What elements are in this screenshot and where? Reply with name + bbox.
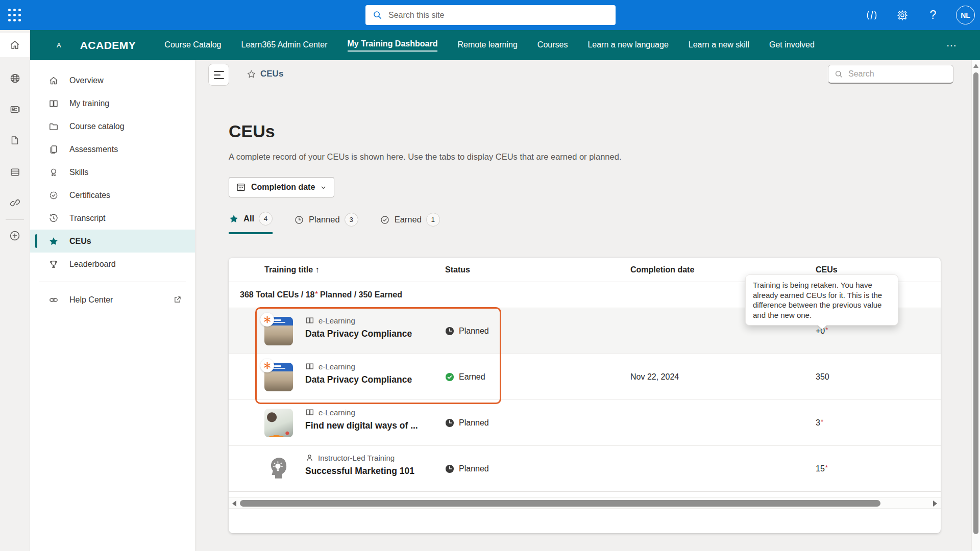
horizontal-scrollbar-thumb[interactable]: [240, 500, 880, 507]
tab-count-badge: 3: [345, 213, 358, 227]
course-thumbnail: [264, 409, 293, 437]
scroll-up-icon[interactable]: [973, 64, 978, 68]
add-icon[interactable]: [0, 223, 30, 248]
ceu-tabs: All 4 Planned 3 Earned 1: [229, 212, 440, 234]
column-header-training-title[interactable]: Training title ↑: [264, 265, 320, 274]
completion-date-filter-button[interactable]: Completion date: [229, 177, 334, 197]
nav-item-admin-center[interactable]: Learn365 Admin Center: [241, 40, 328, 51]
list-search-box[interactable]: [828, 65, 953, 84]
tab-count-badge: 4: [259, 212, 273, 226]
vertical-scrollbar[interactable]: [971, 60, 980, 551]
column-header-ceus[interactable]: CEUs: [816, 265, 838, 274]
horizontal-scrollbar[interactable]: [229, 497, 941, 509]
document-icon[interactable]: [0, 128, 30, 153]
star-icon: [48, 236, 59, 246]
site-title[interactable]: ACADEMY: [80, 39, 136, 52]
library-icon[interactable]: [0, 160, 30, 184]
table-row[interactable]: e-Learning Find new digital ways of ... …: [229, 400, 941, 446]
scroll-left-icon[interactable]: [232, 500, 236, 507]
training-title[interactable]: Successful Marketing 101: [305, 466, 414, 477]
sidebar-item-label: Overview: [69, 76, 104, 85]
column-header-completion-date[interactable]: Completion date: [630, 265, 694, 274]
site-navigation: A ACADEMY Course Catalog Learn365 Admin …: [30, 30, 980, 60]
globe-icon[interactable]: [0, 66, 30, 90]
nav-item-remote-learning[interactable]: Remote learning: [457, 40, 517, 51]
star-outline-icon: [247, 69, 256, 79]
external-link-icon: [173, 295, 182, 304]
open-book-icon: [305, 316, 314, 325]
app-launcher-waffle-icon[interactable]: [0, 0, 29, 30]
sidebar-item-course-catalog[interactable]: Course catalog: [30, 115, 195, 138]
settings-gear-icon[interactable]: [895, 8, 910, 23]
tab-planned[interactable]: Planned 3: [294, 212, 358, 234]
avatar[interactable]: NL: [956, 6, 975, 24]
sidebar-item-certificates[interactable]: Certificates: [30, 184, 195, 207]
course-thumbnail: [264, 363, 293, 391]
sidebar-item-transcript[interactable]: Transcript: [30, 207, 195, 230]
column-header-status[interactable]: Status: [445, 265, 470, 274]
search-icon: [835, 70, 843, 79]
sidebar-item-ceus[interactable]: CEUs: [30, 230, 195, 253]
sidebar-item-label: Certificates: [69, 191, 110, 200]
tooltip-text: Training is being retaken. You have alre…: [753, 281, 882, 319]
page-title: CEUs: [229, 121, 275, 141]
site-search-input[interactable]: [388, 11, 593, 20]
embed-code-icon[interactable]: [864, 8, 879, 23]
training-title[interactable]: Data Privacy Compliance: [305, 329, 412, 339]
ceus-value: 15*: [816, 464, 828, 473]
sidebar-item-help-center[interactable]: Help Center: [30, 288, 195, 311]
training-title[interactable]: Data Privacy Compliance: [305, 374, 412, 385]
breadcrumb-label[interactable]: CEUs: [260, 69, 283, 79]
main-content: CEUs CEUs A complete record of your CEUs…: [195, 60, 971, 551]
nav-item-my-training-dashboard[interactable]: My Training Dashboard: [348, 39, 438, 52]
tab-all[interactable]: All 4: [229, 212, 273, 234]
help-icon[interactable]: ?: [925, 8, 941, 23]
tab-earned[interactable]: Earned 1: [380, 212, 440, 234]
home-icon[interactable]: [0, 33, 30, 57]
clock-icon: [294, 215, 304, 225]
site-search-box[interactable]: [365, 5, 616, 25]
sidebar-item-overview[interactable]: Overview: [30, 69, 195, 92]
link-icon: [48, 295, 59, 305]
page-description: A complete record of your CEUs is shown …: [229, 152, 621, 162]
summary-text: Planned / 350 Earned: [318, 290, 402, 299]
open-book-icon: [305, 362, 314, 371]
course-thumbnail: [264, 317, 293, 345]
sidebar-item-skills[interactable]: Skills: [30, 161, 195, 184]
sidebar-item-assessments[interactable]: Assessments: [30, 138, 195, 161]
status-label: Planned: [459, 418, 489, 428]
nav-item-learn-skill[interactable]: Learn a new skill: [689, 40, 749, 51]
earned-check-icon: [445, 372, 454, 382]
sidebar-item-leaderboard[interactable]: Leaderboard: [30, 253, 195, 276]
retake-asterisk-icon: [260, 359, 274, 372]
sidebar-item-label: Help Center: [69, 295, 113, 305]
table-row[interactable]: Instructor-Led Training Successful Marke…: [229, 446, 941, 492]
planned-clock-icon: [445, 418, 454, 428]
sidebar-divider: [39, 282, 186, 282]
tab-label: All: [243, 214, 254, 223]
link-icon[interactable]: [0, 190, 30, 215]
vertical-scrollbar-thumb[interactable]: [973, 72, 978, 534]
nav-item-get-involved[interactable]: Get involved: [769, 40, 815, 51]
summary-asterisk: *: [315, 290, 317, 297]
sidebar-item-my-training[interactable]: My training: [30, 92, 195, 115]
nav-item-learn-language[interactable]: Learn a new language: [587, 40, 668, 51]
course-thumbnail: [264, 455, 293, 483]
completion-date-value: Nov 22, 2024: [630, 372, 679, 382]
open-book-icon: [305, 408, 314, 417]
breadcrumb[interactable]: CEUs: [247, 69, 283, 79]
sidebar-item-label: Skills: [69, 168, 88, 177]
tab-count-badge: 1: [426, 213, 440, 227]
nav-item-courses[interactable]: Courses: [537, 40, 568, 51]
nav-item-course-catalog[interactable]: Course Catalog: [164, 40, 221, 51]
medal-icon: [48, 167, 59, 178]
nav-overflow-ellipsis-icon[interactable]: ⋯: [946, 43, 958, 48]
list-search-input[interactable]: [848, 69, 945, 79]
news-icon[interactable]: [0, 97, 30, 121]
retake-tooltip: Training is being retaken. You have alre…: [745, 274, 898, 325]
sidebar-toggle-button[interactable]: [208, 64, 229, 86]
scroll-right-icon[interactable]: [933, 500, 937, 507]
ceus-value: 3*: [816, 418, 823, 428]
training-title[interactable]: Find new digital ways of ...: [305, 420, 418, 431]
table-row[interactable]: e-Learning Data Privacy Compliance Earne…: [229, 354, 941, 400]
